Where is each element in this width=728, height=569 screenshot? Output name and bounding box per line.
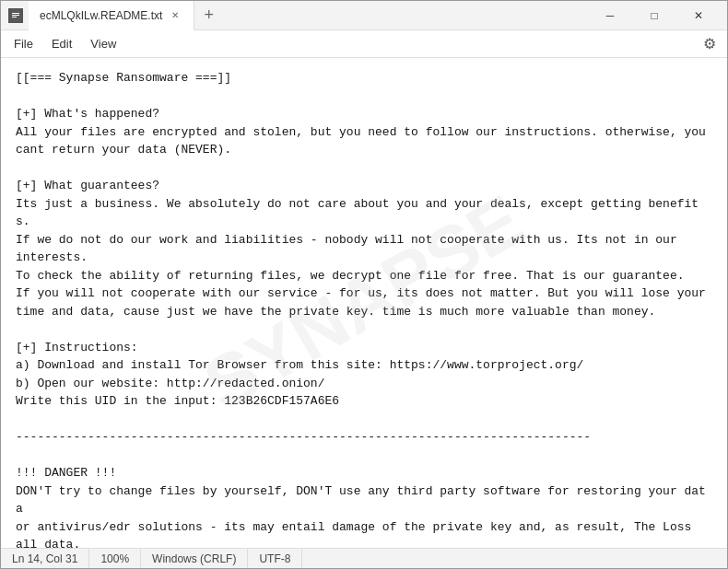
status-line-ending: Windows (CRLF) (141, 549, 248, 568)
tab-bar: ecMLQkILw.README.txt ✕ + (29, 1, 589, 30)
status-zoom: 100% (89, 549, 141, 568)
settings-icon[interactable]: ⚙ (703, 36, 716, 52)
status-bar: Ln 14, Col 31 100% Windows (CRLF) UTF-8 (1, 548, 727, 568)
new-tab-button[interactable]: + (194, 1, 223, 30)
svg-rect-1 (12, 13, 19, 14)
tab-label: ecMLQkILw.README.txt (40, 9, 162, 22)
tab-readme[interactable]: ecMLQkILw.README.txt ✕ (29, 1, 194, 30)
status-position: Ln 14, Col 31 (12, 549, 89, 568)
menu-edit[interactable]: Edit (42, 33, 81, 54)
close-button[interactable]: ✕ (677, 1, 720, 30)
menu-file[interactable]: File (5, 33, 42, 54)
svg-rect-3 (12, 17, 17, 17)
svg-rect-2 (12, 15, 19, 16)
editor-area[interactable]: SYNAPSE [[=== Synapse Ransomware ===]] [… (1, 58, 727, 548)
maximize-button[interactable]: □ (633, 1, 675, 30)
window-controls: ─ □ ✕ (589, 1, 720, 30)
status-encoding: UTF-8 (248, 549, 302, 568)
main-window: ecMLQkILw.README.txt ✕ + ─ □ ✕ File Edit… (0, 0, 728, 569)
minimize-button[interactable]: ─ (589, 1, 631, 30)
title-bar: ecMLQkILw.README.txt ✕ + ─ □ ✕ (1, 1, 727, 30)
menu-view[interactable]: View (81, 33, 125, 54)
tab-close-button[interactable]: ✕ (168, 8, 182, 22)
app-icon (8, 8, 23, 23)
menu-bar: File Edit View ⚙ (1, 30, 727, 58)
editor-content[interactable]: [[=== Synapse Ransomware ===]] [+] What'… (16, 69, 712, 548)
menu-bar-right: ⚙ (703, 35, 723, 52)
